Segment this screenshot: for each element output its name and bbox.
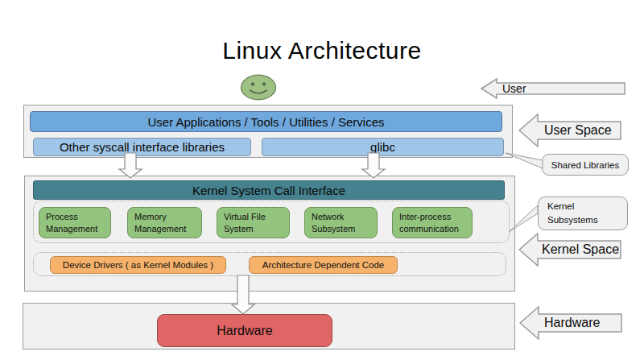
shared-libraries-callout: Shared Libraries (542, 154, 629, 176)
hardware-arrow-label: Hardware (544, 306, 600, 340)
subsystem-box-memory-management: Memory Management (127, 207, 202, 238)
user-space-panel: User Applications / Tools / Utilities / … (23, 105, 513, 158)
page-title: Linux Architecture (0, 37, 644, 64)
user-space-arrow: User Space (518, 114, 621, 147)
module-box-architecture-dependent-code: Architecture Dependent Code (249, 256, 398, 274)
user-arrow-label: User (502, 78, 526, 99)
subsystem-box-virtual-file-system: Virtual File System (217, 207, 290, 238)
kernel-syscall-interface-bar: Kernel System Call Interface (33, 180, 505, 200)
hardware-panel: Hardware (23, 303, 515, 350)
subsystem-box-interprocess-communication: Inter-process communication (392, 207, 473, 238)
kernel-space-arrow: Kernel Space (518, 233, 621, 267)
other-syscall-libraries-box: Other syscall interface libraries (33, 138, 251, 156)
subsystem-box-network-subsystem: Network Subsystem (304, 207, 378, 238)
kernel-space-arrow-label: Kernel Space (542, 233, 619, 267)
kernel-space-panel: Kernel System Call Interface Process Man… (24, 176, 515, 292)
kernel-subsystems-group: Process Management Memory Management Vir… (33, 201, 510, 243)
module-box-device-drivers: Device Drivers ( as Kernel Modules ) (50, 256, 226, 274)
subsystem-box-process-management: Process Management (39, 207, 111, 238)
smiley-face-icon (240, 74, 277, 101)
hardware-box: Hardware (157, 314, 332, 347)
kernel-subsystems-label: Kernel Subsystems (547, 200, 605, 226)
shared-libraries-label: Shared Libraries (551, 160, 619, 170)
user-space-arrow-label: User Space (544, 114, 612, 147)
user-arrow: User (481, 78, 625, 99)
hardware-arrow: Hardware (519, 306, 622, 340)
kernel-modules-group: Device Drivers ( as Kernel Modules ) Arc… (33, 252, 506, 276)
linux-architecture-diagram: Linux Architecture User User Application… (0, 0, 644, 364)
glibc-box: glibc (262, 138, 504, 156)
user-applications-bar: User Applications / Tools / Utilities / … (30, 111, 502, 132)
kernel-subsystems-callout: Kernel Subsystems (538, 196, 628, 230)
